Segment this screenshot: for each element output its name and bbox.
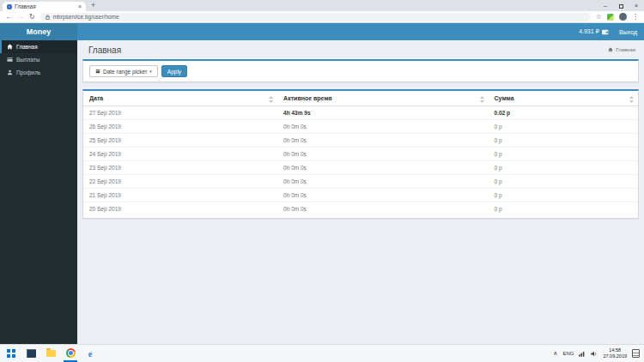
cell-active-time: 0h 0m 0s [277,175,488,189]
tab-close-icon[interactable]: × [78,3,82,9]
app-logo[interactable]: Money [0,23,77,40]
sort-icon[interactable] [629,96,634,103]
browser-toolbar: ← → ↻ mbrpservice.bg/user/home ☆ ⋮ [0,11,644,23]
new-tab-button[interactable]: + [91,1,95,9]
internet-explorer-icon: e [88,349,92,359]
table-row: 21 Sep 2019 0h 0m 0s 0 р [83,189,638,202]
taskbar-internet-explorer[interactable]: e [83,346,97,362]
system-tray: ∧ ENG 14:58 27.09.2019 [553,347,640,360]
page-title: Главная [88,45,637,55]
forward-button[interactable]: → [17,14,24,21]
sidebar-item-payouts[interactable]: Выплаты [0,53,77,66]
tab-strip: Главная × + – × [0,0,644,11]
tray-chevron-up-icon[interactable]: ∧ [553,350,557,357]
table-header-row: Дата Активное время Сумма [83,91,638,106]
column-header-amount[interactable]: Сумма [489,91,638,106]
calendar-icon [95,69,100,74]
balance-badge[interactable]: 4.931 ₽ [579,28,609,35]
browser-window: Главная × + – × ← → ↻ mbrpservice.bg/use… [0,0,644,362]
browser-tab[interactable]: Главная × [3,2,86,11]
start-button[interactable] [4,346,18,362]
column-label: Сумма [495,95,514,101]
sidebar-item-label: Профиль [16,69,40,75]
cell-active-time: 0h 0m 0s [277,120,488,134]
profile-avatar[interactable] [619,13,627,21]
cell-active-time: 0h 0m 0s [277,161,488,175]
date-range-picker-button[interactable]: Date range picker ▾ [89,65,158,77]
results-panel: Дата Активное время Сумма [82,89,639,219]
sidebar-item-profile[interactable]: Профиль [0,66,77,79]
cell-amount: 0 р [489,161,638,175]
apply-label: Apply [167,69,181,75]
cell-date: 23 Sep 2019 [83,161,277,175]
reload-button[interactable]: ↻ [29,14,35,21]
windows-logo-icon [7,349,15,358]
caret-down-icon: ▾ [149,69,152,74]
taskbar-chrome[interactable] [64,346,77,362]
filter-controls: Date range picker ▾ Apply [89,65,632,77]
bookmark-star-icon[interactable]: ☆ [596,14,602,21]
apply-button[interactable]: Apply [161,65,187,77]
window-controls: – × [598,0,644,11]
sort-icon[interactable] [269,96,273,103]
balance-value: 4.931 ₽ [579,28,599,35]
table-row: 27 Sep 2019 4h 43m 9s 0.02 р [83,106,638,120]
cell-amount: 0 р [489,148,638,161]
home-icon [7,44,13,50]
cell-active-time: 0h 0m 0s [277,189,488,202]
sort-icon[interactable] [480,96,484,103]
column-header-date[interactable]: Дата [83,91,277,106]
cell-active-time: 0h 0m 0s [277,134,488,148]
console-icon [27,349,36,358]
chrome-icon [66,348,76,358]
taskbar: e ∧ ENG 14:58 27.09.2019 [0,344,644,362]
cell-active-time: 0h 0m 0s [277,202,488,216]
navbar-right: 4.931 ₽ Выход [579,23,637,40]
sidebar-item-home[interactable]: Главная [0,40,77,53]
maximize-icon [619,4,623,9]
main-content: Главная Главная Date range picker ▾ [77,40,644,344]
back-button[interactable]: ← [5,14,12,21]
clock-date: 27.09.2019 [603,353,627,359]
lock-icon [46,15,50,20]
user-icon [7,69,13,75]
extension-icon[interactable] [607,14,614,21]
taskbar-file-explorer[interactable] [44,346,58,362]
filter-panel: Date range picker ▾ Apply [82,59,639,82]
content-header: Главная Главная [77,40,644,59]
taskbar-clock[interactable]: 14:58 27.09.2019 [603,347,627,360]
logout-link[interactable]: Выход [619,29,637,35]
breadcrumb[interactable]: Главная [608,47,635,52]
column-label: Дата [89,95,103,101]
table-row: 24 Sep 2019 0h 0m 0s 0 р [83,148,638,161]
maximize-button[interactable] [613,0,629,11]
action-center-icon[interactable] [632,349,640,358]
cell-active-time: 0h 0m 0s [277,148,488,161]
speaker-icon[interactable] [591,351,598,357]
network-icon[interactable] [579,351,586,357]
wallet-icon [602,29,609,35]
folder-icon [46,350,56,357]
close-window-button[interactable]: × [629,0,644,11]
cell-active-time: 4h 43m 9s [277,106,488,120]
minimize-button[interactable]: – [598,0,613,11]
browser-menu-icon[interactable]: ⋮ [632,14,639,21]
breadcrumb-label: Главная [616,47,635,52]
column-label: Активное время [283,95,332,101]
table-row: 23 Sep 2019 0h 0m 0s 0 р [83,161,638,175]
cell-date: 22 Sep 2019 [83,175,277,189]
column-header-active-time[interactable]: Активное время [277,91,488,106]
address-bar[interactable]: mbrpservice.bg/user/home [40,13,591,21]
cell-date: 24 Sep 2019 [83,148,277,161]
earnings-table: Дата Активное время Сумма [83,91,638,215]
table-row: 25 Sep 2019 0h 0m 0s 0 р [83,134,638,148]
taskbar-app-console[interactable] [24,346,38,362]
url-text: mbrpservice.bg/user/home [53,14,119,20]
cell-amount: 0 р [489,202,638,216]
cell-amount: 0 р [489,175,638,189]
language-indicator[interactable]: ENG [562,351,574,356]
app-navbar: Money 4.931 ₽ Выход [0,23,644,40]
cell-amount: 0 р [489,134,638,148]
favicon-icon [7,4,12,9]
tab-title: Главная [15,3,76,9]
